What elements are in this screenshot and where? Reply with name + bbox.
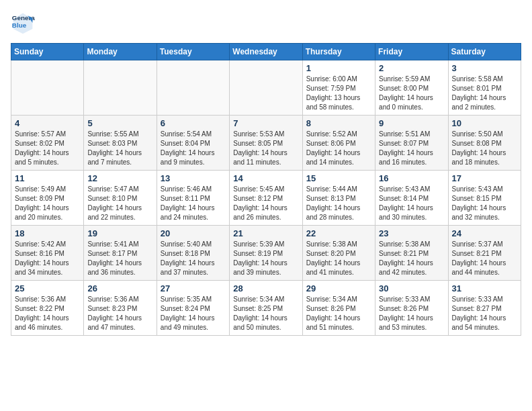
calendar-cell: 23Sunrise: 5:38 AM Sunset: 8:21 PM Dayli…	[375, 226, 448, 281]
calendar-cell: 16Sunrise: 5:43 AM Sunset: 8:14 PM Dayli…	[375, 171, 448, 226]
calendar-week-5: 25Sunrise: 5:36 AM Sunset: 8:22 PM Dayli…	[11, 281, 521, 336]
calendar-cell: 19Sunrise: 5:41 AM Sunset: 8:17 PM Dayli…	[84, 226, 157, 281]
day-number: 22	[306, 228, 371, 238]
calendar-cell: 15Sunrise: 5:44 AM Sunset: 8:13 PM Dayli…	[302, 171, 375, 226]
day-info: Sunrise: 5:47 AM Sunset: 8:10 PM Dayligh…	[87, 185, 152, 222]
page-header: General Blue	[11, 11, 521, 35]
day-info: Sunrise: 5:34 AM Sunset: 8:26 PM Dayligh…	[306, 295, 371, 332]
day-info: Sunrise: 5:37 AM Sunset: 8:21 PM Dayligh…	[452, 240, 517, 277]
day-info: Sunrise: 5:54 AM Sunset: 8:04 PM Dayligh…	[161, 130, 226, 167]
calendar-cell: 13Sunrise: 5:46 AM Sunset: 8:11 PM Dayli…	[157, 171, 229, 226]
calendar-cell: 29Sunrise: 5:34 AM Sunset: 8:26 PM Dayli…	[302, 281, 375, 336]
calendar-cell	[11, 60, 84, 116]
day-info: Sunrise: 5:36 AM Sunset: 8:23 PM Dayligh…	[87, 295, 152, 332]
calendar-cell	[84, 60, 157, 116]
calendar-body: 1Sunrise: 6:00 AM Sunset: 7:59 PM Daylig…	[11, 60, 521, 336]
calendar-cell: 30Sunrise: 5:33 AM Sunset: 8:26 PM Dayli…	[375, 281, 448, 336]
calendar-table: SundayMondayTuesdayWednesdayThursdayFrid…	[11, 43, 521, 336]
day-info: Sunrise: 5:34 AM Sunset: 8:25 PM Dayligh…	[233, 295, 298, 332]
day-info: Sunrise: 5:58 AM Sunset: 8:01 PM Dayligh…	[452, 75, 517, 112]
day-number: 31	[452, 283, 517, 293]
weekday-header-tuesday: Tuesday	[157, 44, 229, 60]
day-info: Sunrise: 5:38 AM Sunset: 8:20 PM Dayligh…	[306, 240, 371, 277]
weekday-header-wednesday: Wednesday	[230, 44, 302, 60]
day-number: 15	[306, 173, 371, 183]
logo: General Blue	[11, 11, 38, 35]
day-number: 16	[379, 173, 444, 183]
calendar-cell: 14Sunrise: 5:45 AM Sunset: 8:12 PM Dayli…	[230, 171, 302, 226]
calendar-cell: 2Sunrise: 5:59 AM Sunset: 8:00 PM Daylig…	[375, 60, 448, 116]
day-number: 29	[306, 283, 371, 293]
day-info: Sunrise: 5:46 AM Sunset: 8:11 PM Dayligh…	[161, 185, 226, 222]
calendar-cell: 1Sunrise: 6:00 AM Sunset: 7:59 PM Daylig…	[302, 60, 375, 116]
day-info: Sunrise: 5:51 AM Sunset: 8:07 PM Dayligh…	[379, 130, 444, 167]
day-info: Sunrise: 5:36 AM Sunset: 8:22 PM Dayligh…	[15, 295, 80, 332]
day-number: 11	[15, 173, 80, 183]
weekday-row: SundayMondayTuesdayWednesdayThursdayFrid…	[11, 44, 521, 60]
day-number: 1	[306, 63, 371, 73]
calendar-header: SundayMondayTuesdayWednesdayThursdayFrid…	[11, 44, 521, 60]
day-info: Sunrise: 5:50 AM Sunset: 8:08 PM Dayligh…	[452, 130, 517, 167]
calendar-cell: 10Sunrise: 5:50 AM Sunset: 8:08 PM Dayli…	[448, 116, 521, 171]
day-info: Sunrise: 5:45 AM Sunset: 8:12 PM Dayligh…	[233, 185, 298, 222]
calendar-week-3: 11Sunrise: 5:49 AM Sunset: 8:09 PM Dayli…	[11, 171, 521, 226]
day-info: Sunrise: 5:38 AM Sunset: 8:21 PM Dayligh…	[379, 240, 444, 277]
day-info: Sunrise: 5:43 AM Sunset: 8:14 PM Dayligh…	[379, 185, 444, 222]
day-number: 18	[15, 228, 80, 238]
day-number: 8	[306, 118, 371, 128]
calendar-cell: 3Sunrise: 5:58 AM Sunset: 8:01 PM Daylig…	[448, 60, 521, 116]
calendar-cell: 5Sunrise: 5:55 AM Sunset: 8:03 PM Daylig…	[84, 116, 157, 171]
calendar-week-2: 4Sunrise: 5:57 AM Sunset: 8:02 PM Daylig…	[11, 116, 521, 171]
calendar-cell: 7Sunrise: 5:53 AM Sunset: 8:05 PM Daylig…	[230, 116, 302, 171]
day-info: Sunrise: 5:49 AM Sunset: 8:09 PM Dayligh…	[15, 185, 80, 222]
day-number: 26	[87, 283, 152, 293]
day-number: 17	[452, 173, 517, 183]
calendar-cell: 24Sunrise: 5:37 AM Sunset: 8:21 PM Dayli…	[448, 226, 521, 281]
calendar-cell: 28Sunrise: 5:34 AM Sunset: 8:25 PM Dayli…	[230, 281, 302, 336]
calendar-cell: 11Sunrise: 5:49 AM Sunset: 8:09 PM Dayli…	[11, 171, 84, 226]
day-number: 28	[233, 283, 298, 293]
day-number: 6	[161, 118, 226, 128]
day-number: 3	[452, 63, 517, 73]
day-number: 12	[87, 173, 152, 183]
calendar-cell	[230, 60, 302, 116]
day-number: 5	[87, 118, 152, 128]
calendar-cell: 20Sunrise: 5:40 AM Sunset: 8:18 PM Dayli…	[157, 226, 229, 281]
day-number: 2	[379, 63, 444, 73]
day-number: 4	[15, 118, 80, 128]
day-number: 23	[379, 228, 444, 238]
calendar-cell: 26Sunrise: 5:36 AM Sunset: 8:23 PM Dayli…	[84, 281, 157, 336]
day-number: 14	[233, 173, 298, 183]
day-info: Sunrise: 5:40 AM Sunset: 8:18 PM Dayligh…	[161, 240, 226, 277]
day-info: Sunrise: 5:53 AM Sunset: 8:05 PM Dayligh…	[233, 130, 298, 167]
day-info: Sunrise: 5:57 AM Sunset: 8:02 PM Dayligh…	[15, 130, 80, 167]
calendar-cell: 31Sunrise: 5:33 AM Sunset: 8:27 PM Dayli…	[448, 281, 521, 336]
calendar-cell: 27Sunrise: 5:35 AM Sunset: 8:24 PM Dayli…	[157, 281, 229, 336]
calendar-cell: 25Sunrise: 5:36 AM Sunset: 8:22 PM Dayli…	[11, 281, 84, 336]
calendar-cell	[157, 60, 229, 116]
day-number: 9	[379, 118, 444, 128]
calendar-cell: 12Sunrise: 5:47 AM Sunset: 8:10 PM Dayli…	[84, 171, 157, 226]
day-info: Sunrise: 5:44 AM Sunset: 8:13 PM Dayligh…	[306, 185, 371, 222]
day-number: 20	[161, 228, 226, 238]
day-info: Sunrise: 5:39 AM Sunset: 8:19 PM Dayligh…	[233, 240, 298, 277]
weekday-header-friday: Friday	[375, 44, 448, 60]
calendar-week-1: 1Sunrise: 6:00 AM Sunset: 7:59 PM Daylig…	[11, 60, 521, 116]
day-info: Sunrise: 5:52 AM Sunset: 8:06 PM Dayligh…	[306, 130, 371, 167]
weekday-header-monday: Monday	[84, 44, 157, 60]
calendar-cell: 17Sunrise: 5:43 AM Sunset: 8:15 PM Dayli…	[448, 171, 521, 226]
day-info: Sunrise: 5:35 AM Sunset: 8:24 PM Dayligh…	[161, 295, 226, 332]
weekday-header-saturday: Saturday	[448, 44, 521, 60]
calendar-cell: 21Sunrise: 5:39 AM Sunset: 8:19 PM Dayli…	[230, 226, 302, 281]
day-number: 19	[87, 228, 152, 238]
day-number: 30	[379, 283, 444, 293]
day-number: 27	[161, 283, 226, 293]
day-number: 7	[233, 118, 298, 128]
day-number: 21	[233, 228, 298, 238]
calendar-cell: 4Sunrise: 5:57 AM Sunset: 8:02 PM Daylig…	[11, 116, 84, 171]
day-info: Sunrise: 5:59 AM Sunset: 8:00 PM Dayligh…	[379, 75, 444, 112]
calendar-cell: 9Sunrise: 5:51 AM Sunset: 8:07 PM Daylig…	[375, 116, 448, 171]
day-number: 25	[15, 283, 80, 293]
calendar-week-4: 18Sunrise: 5:42 AM Sunset: 8:16 PM Dayli…	[11, 226, 521, 281]
day-info: Sunrise: 5:43 AM Sunset: 8:15 PM Dayligh…	[452, 185, 517, 222]
